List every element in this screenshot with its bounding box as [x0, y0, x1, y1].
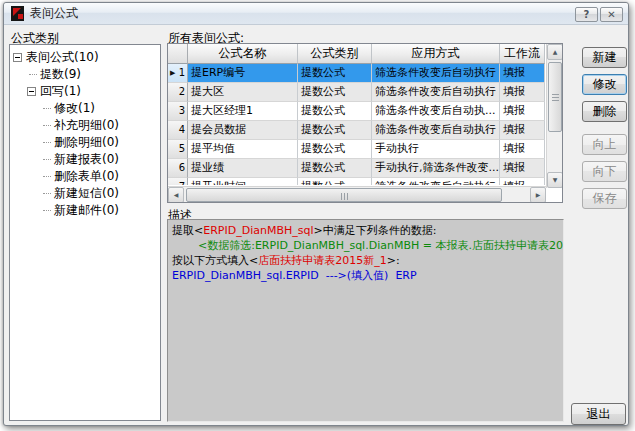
collapse-icon[interactable]	[13, 53, 22, 62]
row-header[interactable]: 5	[168, 140, 188, 159]
table-row[interactable]: 3 提大区经理1 提数公式 筛选条件改变后自动执... 填报	[168, 102, 545, 121]
row-header[interactable]: 4	[168, 121, 188, 140]
description-line: 按以下方式填入<店面扶持申请表2015新_1>:	[172, 253, 559, 268]
table-row[interactable]: 2 提大区 提数公式 筛选条件改变后自动执行 填报	[168, 83, 545, 102]
table-row[interactable]: 1 提ERP编号 提数公式 筛选条件改变后自动执行 填报	[168, 64, 545, 83]
cell-workflow: 填报	[500, 102, 545, 121]
tree-item-label: 补充明细(0)	[54, 117, 119, 134]
row-header[interactable]: 1	[168, 64, 188, 83]
tree-item-label: 表间公式(10)	[26, 49, 99, 66]
cell-name: 提业绩	[188, 159, 298, 178]
cell-name: 提ERP编号	[188, 64, 298, 83]
column-header-apply[interactable]: 应用方式	[372, 44, 500, 64]
close-button[interactable]: ✕	[600, 7, 623, 22]
tree-item-buchongmingxi[interactable]: 补充明细(0)	[10, 117, 160, 134]
cell-workflow: 填报	[500, 83, 545, 102]
table-header: 公式名称 公式类别 应用方式 工作流	[168, 44, 545, 64]
cell-name: 提大区	[188, 83, 298, 102]
desc-text: 提取<	[172, 224, 203, 237]
cell-category: 提数公式	[298, 64, 372, 83]
dialog-window: 表间公式 ? ✕ 公式类别 表间公式(10) 提数(9) 回写(1) 修改(1)…	[3, 2, 629, 426]
desc-filter: <数据筛选:ERPID_DianMBH_sql.DianMBH = 本报表.店面…	[198, 239, 564, 252]
desc-ref: ERPID_DianMBH_sql	[203, 224, 313, 237]
tree-item-xinjianyoujian[interactable]: 新建邮件(0)	[10, 202, 160, 219]
column-header-workflow[interactable]: 工作流	[500, 44, 545, 64]
vertical-scroll-thumb[interactable]	[548, 62, 562, 132]
cell-apply: 手动执行	[372, 140, 500, 159]
description-line: <数据筛选:ERPID_DianMBH_sql.DianMBH = 本报表.店面…	[172, 238, 559, 253]
cell-workflow: 填报	[500, 64, 545, 83]
scroll-down-icon[interactable]: ▼	[547, 172, 563, 188]
tree-item-xiugai[interactable]: 修改(1)	[10, 100, 160, 117]
desc-mapping: ERPID_DianMBH_sql.ERPID --->(填入值) ERP	[172, 269, 417, 282]
cell-name: 提平均值	[188, 140, 298, 159]
tree-connector	[43, 108, 51, 109]
save-button[interactable]: 保存	[582, 188, 627, 209]
cell-apply: 筛选条件改变后自动执行	[372, 64, 500, 83]
tree-item-tishu[interactable]: 提数(9)	[10, 66, 160, 83]
row-header[interactable]: 2	[168, 83, 188, 102]
desc-text: 按以下方式填入<	[172, 254, 258, 267]
desc-ref: 店面扶持申请表2015新_1	[258, 254, 387, 267]
description-box: 提取<ERPID_DianMBH_sql>中满足下列条件的数据: <数据筛选:E…	[167, 219, 564, 422]
table-row[interactable]: 5 提平均值 提数公式 手动执行 填报	[168, 140, 545, 159]
window-title: 表间公式	[30, 5, 78, 22]
titlebar[interactable]: 表间公式 ? ✕	[4, 3, 628, 25]
cell-apply: 筛选条件改变后自动执...	[372, 102, 500, 121]
exit-button[interactable]: 退出	[571, 403, 626, 425]
row-header[interactable]: 7	[168, 178, 188, 185]
cell-name: 提大区经理1	[188, 102, 298, 121]
cell-name: 提会员数据	[188, 121, 298, 140]
tree-connector	[43, 142, 51, 143]
tree-connector	[43, 210, 51, 211]
delete-button[interactable]: 删除	[582, 101, 627, 122]
cell-workflow: 填报	[500, 140, 545, 159]
scroll-right-icon[interactable]: ▶	[530, 187, 546, 203]
table-row[interactable]: 4 提会员数据 提数公式 筛选条件改变后自动执行 填报	[168, 121, 545, 140]
table-row[interactable]: 7 提开业时间 提数公式 筛选条件改变后自动执行 填报	[168, 178, 545, 185]
tree-item-huixie[interactable]: 回写(1)	[10, 83, 160, 100]
move-up-button[interactable]: 向上	[582, 134, 627, 155]
cell-name: 提开业时间	[188, 178, 298, 185]
row-header[interactable]: 6	[168, 159, 188, 178]
new-button[interactable]: 新建	[582, 47, 627, 68]
tree-item-label: 删除表单(0)	[54, 168, 119, 185]
row-header[interactable]: 3	[168, 102, 188, 121]
tree-item-root[interactable]: 表间公式(10)	[10, 49, 160, 66]
cell-category: 提数公式	[298, 159, 372, 178]
table-row[interactable]: 6 提业绩 提数公式 手动执行,筛选条件改变... 填报	[168, 159, 545, 178]
modify-button[interactable]: 修改	[582, 74, 627, 95]
scroll-up-icon[interactable]: ▲	[547, 44, 563, 60]
cell-apply: 手动执行,筛选条件改变...	[372, 159, 500, 178]
column-header-name[interactable]: 公式名称	[188, 44, 298, 64]
tree-item-label: 提数(9)	[40, 66, 81, 83]
vertical-scrollbar[interactable]: ▲ ▼	[546, 44, 562, 188]
cell-category: 提数公式	[298, 102, 372, 121]
tree-connector	[29, 74, 37, 75]
tree-item-label: 回写(1)	[40, 83, 81, 100]
horizontal-scrollbar[interactable]: ◀ ▶	[168, 186, 546, 202]
horizontal-scroll-thumb[interactable]	[186, 188, 502, 202]
tree-item-label: 新建短信(0)	[54, 185, 119, 202]
cell-apply: 筛选条件改变后自动执行	[372, 121, 500, 140]
tree-item-label: 删除明细(0)	[54, 134, 119, 151]
tree-item-xinjianbaobiao[interactable]: 新建报表(0)	[10, 151, 160, 168]
tree-item-shanchubiaodan[interactable]: 删除表单(0)	[10, 168, 160, 185]
column-header-category[interactable]: 公式类别	[298, 44, 372, 64]
description-line: 提取<ERPID_DianMBH_sql>中满足下列条件的数据:	[172, 223, 559, 238]
tree-connector	[43, 159, 51, 160]
cell-workflow: 填报	[500, 121, 545, 140]
cell-apply: 筛选条件改变后自动执行	[372, 178, 500, 185]
tree-item-xinjianduanxin[interactable]: 新建短信(0)	[10, 185, 160, 202]
scroll-left-icon[interactable]: ◀	[168, 187, 184, 203]
move-down-button[interactable]: 向下	[582, 161, 627, 182]
help-button[interactable]: ?	[575, 7, 598, 22]
cell-category: 提数公式	[298, 83, 372, 102]
tree-item-shanchumingxi[interactable]: 删除明细(0)	[10, 134, 160, 151]
category-tree: 表间公式(10) 提数(9) 回写(1) 修改(1) 补充明细(0) 删除明细(…	[9, 44, 161, 421]
app-icon	[11, 6, 24, 21]
column-header-rowselector[interactable]	[168, 44, 188, 64]
cell-category: 提数公式	[298, 121, 372, 140]
tree-item-label: 修改(1)	[54, 100, 95, 117]
collapse-icon[interactable]	[27, 87, 36, 96]
